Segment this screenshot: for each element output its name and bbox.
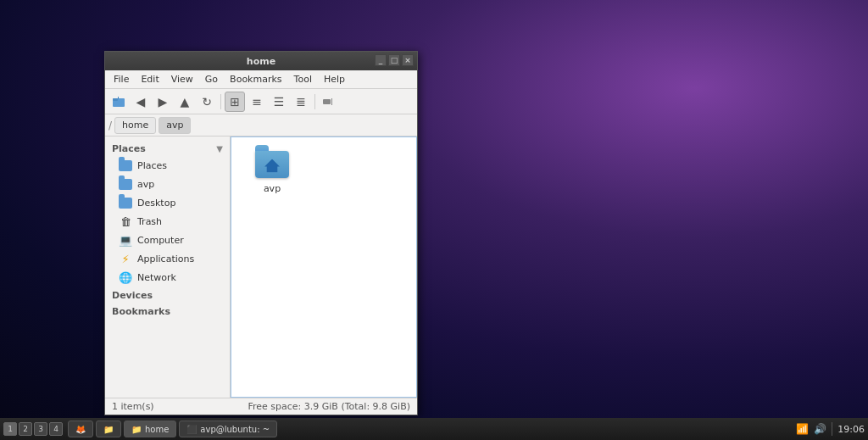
file-area: avp <box>231 136 417 398</box>
taskbar-home-icon: 📁 <box>131 425 142 434</box>
workspace-4[interactable]: 4 <box>49 422 63 436</box>
network-icon: 🌐 <box>119 270 132 284</box>
compact-view-button[interactable]: ≡ <box>247 92 267 112</box>
detail-view-button[interactable]: ☰ <box>269 92 289 112</box>
sidebar-item-avp[interactable]: avp <box>105 175 230 193</box>
menu-bookmarks[interactable]: Bookmarks <box>225 72 287 86</box>
locationbar: / home avp <box>105 114 417 136</box>
workspace-3[interactable]: 3 <box>34 422 47 436</box>
places-sub-icon <box>119 159 132 172</box>
sidebar-item-label: avp <box>137 179 154 190</box>
maximize-button[interactable]: □ <box>388 54 400 66</box>
statusbar: 1 item(s) Free space: 3.9 GiB (Total: 9.… <box>105 398 417 415</box>
file-manager-window: home _ □ × File Edit View Go Bookmarks T… <box>104 51 418 415</box>
sidebar-item-trash[interactable]: 🗑 Trash <box>105 212 230 231</box>
workspace-switcher: 1 2 3 4 <box>3 422 63 436</box>
chevron-down-icon: ▼ <box>216 144 223 153</box>
desktop: home _ □ × File Edit View Go Bookmarks T… <box>0 0 868 440</box>
trash-icon: 🗑 <box>119 214 132 228</box>
taskbar-home-window[interactable]: 📁 home <box>124 421 176 437</box>
taskbar-files-icon[interactable]: 📁 <box>96 421 121 437</box>
file-icon <box>255 149 289 180</box>
sidebar-item-label: Trash <box>137 216 162 227</box>
statusbar-item-count: 1 item(s) <box>112 401 154 412</box>
svg-rect-2 <box>118 97 119 99</box>
menu-tool[interactable]: Tool <box>289 72 317 86</box>
svg-rect-3 <box>323 99 331 104</box>
back-button[interactable]: ◀ <box>131 92 151 112</box>
sidebar-item-label: Applications <box>137 253 194 265</box>
taskbar-firefox-icon[interactable]: 🦊 <box>68 421 93 437</box>
file-item-avp[interactable]: avp <box>238 144 306 199</box>
minimize-button[interactable]: _ <box>375 54 387 66</box>
workspace-1[interactable]: 1 <box>3 422 17 436</box>
toolbar: ◀ ▶ ▲ ↻ ⊞ ≡ ☰ ≣ <box>105 89 417 114</box>
sidebar-item-label: Places <box>137 160 167 171</box>
sidebar-item-label: Network <box>137 272 176 283</box>
up-button[interactable]: ▲ <box>175 92 195 112</box>
taskbar-terminal-label: avp@lubuntu: ~ <box>200 425 270 434</box>
network-tray-icon: 📶 <box>796 423 809 435</box>
file-name: avp <box>264 183 281 194</box>
statusbar-free-space: Free space: 3.9 GiB (Total: 9.8 GiB) <box>248 401 410 412</box>
location-bar-toggle[interactable] <box>319 92 339 112</box>
sidebar-devices-header: Devices <box>105 287 230 303</box>
menu-view[interactable]: View <box>166 72 198 86</box>
workspace-2[interactable]: 2 <box>19 422 32 436</box>
forward-button[interactable]: ▶ <box>153 92 173 112</box>
new-folder-button[interactable] <box>108 92 129 112</box>
big-folder-icon <box>255 151 289 178</box>
folder-icon <box>119 160 132 171</box>
sidebar-item-desktop[interactable]: Desktop <box>105 193 230 212</box>
taskbar-terminal-icon: ⬛ <box>186 425 197 434</box>
desktop-folder-icon <box>119 196 132 209</box>
sidebar: Places ▼ Places avp <box>105 136 231 398</box>
sidebar-places-header: Places ▼ <box>105 140 230 156</box>
location-avp[interactable]: avp <box>159 117 191 134</box>
reload-button[interactable]: ↻ <box>197 92 217 112</box>
tray-divider <box>832 422 832 436</box>
list-view-button[interactable]: ≣ <box>291 92 311 112</box>
taskbar: 1 2 3 4 🦊 📁 📁 home ⬛ avp@lubuntu: ~ 📶 <box>0 418 868 440</box>
titlebar[interactable]: home _ □ × <box>105 52 417 70</box>
folder-icon <box>119 179 132 190</box>
icon-view-button[interactable]: ⊞ <box>225 92 245 112</box>
menu-file[interactable]: File <box>108 72 134 86</box>
window-title: home <box>247 56 275 67</box>
sidebar-item-applications[interactable]: ⚡ Applications <box>105 249 230 268</box>
main-area: Places ▼ Places avp <box>105 136 417 398</box>
taskbar-clock: 19:06 <box>837 424 865 435</box>
close-button[interactable]: × <box>402 54 414 66</box>
sidebar-bookmarks-header: Bookmarks <box>105 303 230 319</box>
menubar: File Edit View Go Bookmarks Tool Help <box>105 70 417 89</box>
titlebar-controls: _ □ × <box>375 54 414 66</box>
home-symbol-icon <box>264 159 280 173</box>
toolbar-separator-2 <box>314 94 315 109</box>
folder-icon <box>119 198 132 209</box>
menu-go[interactable]: Go <box>200 72 223 86</box>
sidebar-item-network[interactable]: 🌐 Network <box>105 268 230 287</box>
sidebar-item-label: Computer <box>137 235 184 246</box>
sidebar-item-computer[interactable]: 💻 Computer <box>105 231 230 249</box>
toolbar-separator-1 <box>220 94 221 109</box>
volume-tray-icon: 🔊 <box>814 423 826 435</box>
menu-help[interactable]: Help <box>319 72 350 86</box>
taskbar-tray: 📶 🔊 19:06 <box>796 422 865 436</box>
svg-rect-1 <box>113 98 118 101</box>
sidebar-item-places-sub[interactable]: Places <box>105 156 230 175</box>
sidebar-item-label: Desktop <box>137 198 175 209</box>
taskbar-apps: 🦊 📁 📁 home ⬛ avp@lubuntu: ~ <box>68 421 277 437</box>
taskbar-home-label: home <box>145 425 169 434</box>
svg-rect-4 <box>331 98 332 105</box>
location-home[interactable]: home <box>114 117 156 134</box>
computer-icon: 💻 <box>119 233 132 247</box>
avp-folder-icon <box>119 177 132 191</box>
taskbar-terminal-window[interactable]: ⬛ avp@lubuntu: ~ <box>179 421 277 437</box>
menu-edit[interactable]: Edit <box>136 72 164 86</box>
applications-icon: ⚡ <box>119 252 132 265</box>
path-separator: / <box>108 120 112 131</box>
